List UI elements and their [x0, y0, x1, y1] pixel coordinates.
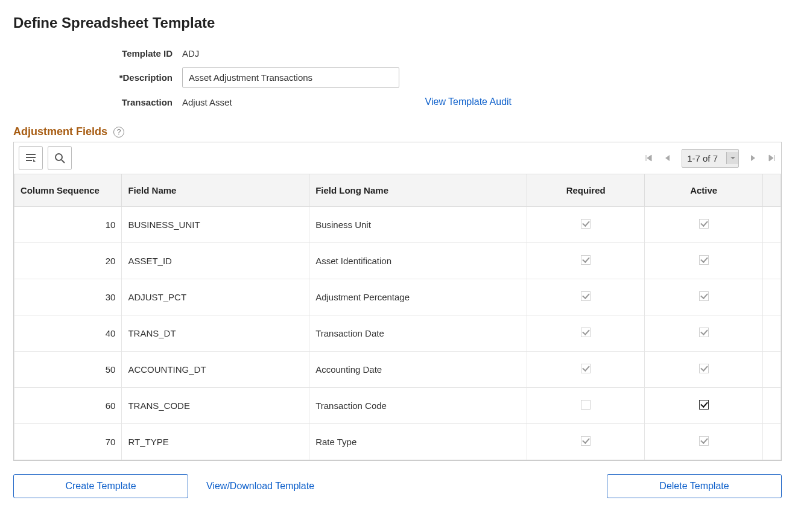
svg-rect-2: [26, 160, 32, 161]
active-checkbox: [699, 255, 709, 265]
grid-first-page-button[interactable]: [644, 154, 653, 162]
cell-extra: [762, 352, 781, 388]
active-checkbox: [699, 291, 709, 301]
view-template-audit-link[interactable]: View Template Audit: [425, 97, 512, 107]
grid-page-info-text: 1-7 of 7: [687, 153, 718, 163]
cell-extra: [762, 279, 781, 315]
cell-field-name: RT_TYPE: [122, 424, 309, 460]
col-header-active[interactable]: Active: [645, 174, 762, 207]
table-row: 10BUSINESS_UNITBusiness Unit: [14, 207, 781, 243]
fields-table: Column Sequence Field Name Field Long Na…: [14, 174, 781, 460]
cell-active: [645, 243, 762, 279]
cell-sequence: 40: [14, 315, 122, 352]
cell-sequence: 20: [14, 243, 122, 279]
cell-long-name: Transaction Date: [309, 315, 527, 352]
required-checkbox: [581, 255, 591, 265]
active-checkbox: [699, 219, 709, 229]
footer-actions: Create Template View/Download Template D…: [13, 474, 782, 498]
col-header-required[interactable]: Required: [527, 174, 644, 207]
transaction-value: Adjust Asset: [182, 97, 232, 107]
cell-required: [527, 388, 644, 424]
grid-next-page-button[interactable]: [750, 154, 757, 162]
required-checkbox: [581, 364, 591, 373]
cell-extra: [762, 424, 781, 460]
grid-menu-icon: [25, 152, 37, 164]
cell-long-name: Accounting Date: [309, 352, 527, 388]
col-header-field-name[interactable]: Field Name: [122, 174, 309, 207]
cell-field-name: TRANS_DT: [122, 315, 309, 352]
table-row: 40TRANS_DTTransaction Date: [14, 315, 781, 352]
cell-field-name: ADJUST_PCT: [122, 279, 309, 315]
cell-sequence: 30: [14, 279, 122, 315]
required-checkbox: [581, 328, 591, 337]
grid-action-menu-button[interactable]: [19, 146, 43, 170]
cell-required: [527, 424, 644, 460]
view-download-template-link[interactable]: View/Download Template: [206, 481, 314, 492]
delete-template-button[interactable]: Delete Template: [607, 474, 782, 498]
cell-sequence: 50: [14, 352, 122, 388]
cell-long-name: Rate Type: [309, 424, 527, 460]
active-checkbox: [699, 364, 709, 373]
cell-extra: [762, 315, 781, 352]
chevron-down-icon: [726, 152, 738, 164]
svg-rect-1: [26, 157, 36, 158]
cell-extra: [762, 388, 781, 424]
col-header-extra: [762, 174, 781, 207]
search-icon: [54, 152, 66, 164]
col-header-long-name[interactable]: Field Long Name: [309, 174, 527, 207]
table-row: 30ADJUST_PCTAdjustment Percentage: [14, 279, 781, 315]
cell-extra: [762, 207, 781, 243]
create-template-button[interactable]: Create Template: [13, 474, 188, 498]
cell-required: [527, 207, 644, 243]
cell-required: [527, 279, 644, 315]
required-checkbox: [581, 291, 591, 301]
help-icon[interactable]: ?: [113, 127, 124, 138]
header-form: Template ID ADJ *Description Transaction…: [92, 48, 782, 107]
cell-sequence: 60: [14, 388, 122, 424]
svg-line-4: [62, 160, 65, 163]
required-checkbox: [581, 219, 591, 229]
cell-extra: [762, 243, 781, 279]
active-checkbox: [699, 328, 709, 337]
grid-search-button[interactable]: [48, 146, 72, 170]
grid-prev-page-button[interactable]: [664, 154, 671, 162]
col-header-sequence[interactable]: Column Sequence: [14, 174, 122, 207]
cell-active: [645, 207, 762, 243]
description-label: *Description: [92, 72, 182, 83]
cell-active: [645, 279, 762, 315]
required-checkbox: [581, 436, 591, 446]
cell-long-name: Adjustment Percentage: [309, 279, 527, 315]
cell-active: [645, 424, 762, 460]
svg-point-3: [55, 154, 62, 160]
cell-active: [645, 388, 762, 424]
cell-field-name: ACCOUNTING_DT: [122, 352, 309, 388]
grid-page-info[interactable]: 1-7 of 7: [682, 149, 739, 168]
template-id-label: Template ID: [92, 48, 182, 59]
template-id-value: ADJ: [182, 48, 199, 59]
cell-active: [645, 352, 762, 388]
cell-long-name: Business Unit: [309, 207, 527, 243]
cell-field-name: BUSINESS_UNIT: [122, 207, 309, 243]
active-checkbox: [699, 436, 709, 446]
required-checkbox: [581, 400, 591, 410]
cell-long-name: Transaction Code: [309, 388, 527, 424]
cell-long-name: Asset Identification: [309, 243, 527, 279]
table-row: 60TRANS_CODETransaction Code: [14, 388, 781, 424]
section-title: Adjustment Fields: [13, 125, 107, 138]
table-row: 70RT_TYPERate Type: [14, 424, 781, 460]
cell-field-name: TRANS_CODE: [122, 388, 309, 424]
transaction-label: Transaction: [92, 97, 182, 107]
cell-required: [527, 243, 644, 279]
cell-sequence: 70: [14, 424, 122, 460]
svg-rect-0: [26, 154, 36, 155]
active-checkbox[interactable]: [699, 400, 709, 410]
description-input[interactable]: [182, 67, 399, 88]
grid-last-page-button[interactable]: [768, 154, 776, 162]
cell-required: [527, 315, 644, 352]
page-title: Define Spreadsheet Template: [13, 14, 782, 31]
cell-sequence: 10: [14, 207, 122, 243]
cell-field-name: ASSET_ID: [122, 243, 309, 279]
table-row: 50ACCOUNTING_DTAccounting Date: [14, 352, 781, 388]
table-row: 20ASSET_IDAsset Identification: [14, 243, 781, 279]
cell-required: [527, 352, 644, 388]
